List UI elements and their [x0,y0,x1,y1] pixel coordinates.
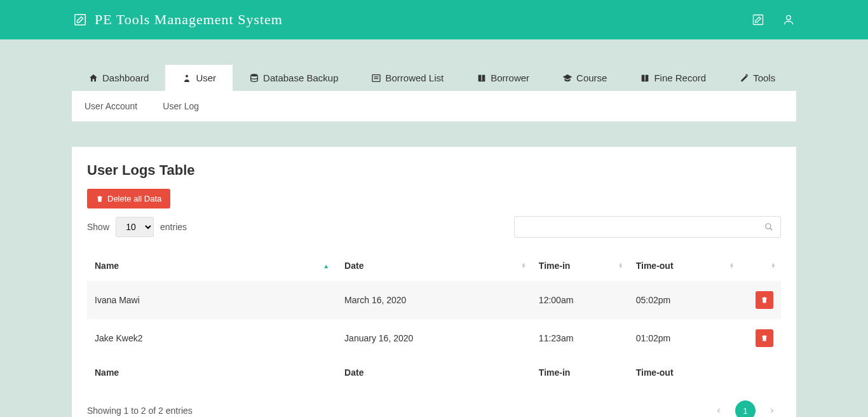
header-actions [752,13,795,26]
trash-icon [761,296,768,304]
sort-asc-icon: ▲ [323,263,329,270]
cell-name: Ivana Mawi [87,281,337,319]
delete-row-button[interactable] [756,329,773,347]
tab-label: Fine Record [654,72,706,83]
search-input[interactable] [514,216,781,238]
user-icon [182,73,192,83]
database-icon [249,73,259,83]
tab-fine-record[interactable]: Fine Record [623,65,722,91]
foot-time-in: Time-in [531,357,628,388]
list-icon [371,73,381,83]
tab-label: Tools [753,72,775,83]
svg-point-3 [186,74,188,77]
foot-time-out: Time-out [628,357,740,388]
home-icon [88,73,98,83]
tab-borrowed-list[interactable]: Borrowed List [355,65,460,91]
delete-all-button[interactable]: Delete all Data [87,189,170,208]
cell-time-in: 12:00am [531,281,628,319]
app-header: PE Tools Management System [0,0,868,39]
book-icon [640,73,650,83]
wrench-icon [739,73,749,83]
edit-icon [73,13,87,27]
user-logs-panel: User Logs Table Delete all Data Show 10 … [72,147,796,417]
show-label: Show [87,222,109,232]
tab-label: Database Backup [263,72,338,83]
app-title: PE Tools Management System [95,11,283,28]
panel-title: User Logs Table [87,162,781,179]
page-size-control: Show 10 entries [87,217,187,237]
sub-nav: User Account User Log [72,91,796,121]
col-name[interactable]: Name▲ [87,250,337,281]
trash-icon [761,334,768,342]
cell-time-in: 11:23am [531,319,628,357]
tab-label: Borrower [491,72,529,83]
pager-next[interactable] [763,402,781,417]
book-icon [477,73,487,83]
pager-page-current[interactable]: 1 [735,400,756,417]
sort-icon: ▲▼ [618,263,623,268]
graduation-icon [562,73,573,83]
user-avatar-icon[interactable] [782,13,795,26]
main-nav: Dashboard User Database Backup Borrowed … [72,65,796,91]
table-info: Showing 1 to 2 of 2 entries [87,406,193,416]
sub-tab-user-account[interactable]: User Account [85,101,137,111]
tab-label: Dashboard [102,72,149,83]
sort-icon: ▲▼ [729,263,735,268]
delete-row-button[interactable] [756,291,773,309]
cell-time-out: 05:02pm [628,281,740,319]
sub-tab-user-log[interactable]: User Log [163,101,199,111]
tab-course[interactable]: Course [546,65,623,91]
col-actions[interactable]: ▲▼ [739,250,781,281]
tab-label: User [196,72,216,83]
table-footer: Showing 1 to 2 of 2 entries 1 [87,400,781,417]
delete-all-label: Delete all Data [107,194,161,203]
foot-date: Date [337,357,531,388]
pager-prev[interactable] [710,402,728,417]
tab-label: Course [576,72,607,83]
svg-rect-0 [75,15,86,25]
sort-icon: ▲▼ [771,263,776,268]
cell-date: March 16, 2020 [337,281,531,319]
tab-tools[interactable]: Tools [722,65,792,91]
svg-point-2 [787,15,791,20]
user-logs-table: Name▲ Date▲▼ Time-in▲▼ Time-out▲▼ ▲▼ Iva… [87,250,781,388]
tab-dashboard[interactable]: Dashboard [72,65,165,91]
col-time-in[interactable]: Time-in▲▼ [531,250,628,281]
tab-database-backup[interactable]: Database Backup [233,65,355,91]
cell-name: Jake Kwek2 [87,319,337,357]
tab-user[interactable]: User [165,65,233,91]
tab-borrower[interactable]: Borrower [460,65,546,91]
pagination: 1 [710,400,781,417]
table-toolbar: Show 10 entries [87,216,781,238]
cell-time-out: 01:02pm [628,319,740,357]
search-icon [764,222,773,231]
page-size-select[interactable]: 10 [116,217,154,237]
compose-icon[interactable] [752,13,764,26]
svg-line-9 [770,228,773,231]
table-row: Ivana Mawi March 16, 2020 12:00am 05:02p… [87,281,781,319]
tab-label: Borrowed List [385,72,444,83]
col-time-out[interactable]: Time-out▲▼ [628,250,740,281]
search-wrap [514,216,781,238]
col-date[interactable]: Date▲▼ [337,250,531,281]
table-row: Jake Kwek2 January 16, 2020 11:23am 01:0… [87,319,781,357]
svg-point-8 [766,224,771,229]
foot-name: Name [87,357,337,388]
sort-icon: ▲▼ [521,263,526,268]
svg-point-4 [251,74,258,76]
entries-label: entries [160,222,187,232]
trash-icon [96,195,104,203]
svg-rect-1 [754,15,763,25]
header-left: PE Tools Management System [73,11,283,28]
cell-date: January 16, 2020 [337,319,531,357]
